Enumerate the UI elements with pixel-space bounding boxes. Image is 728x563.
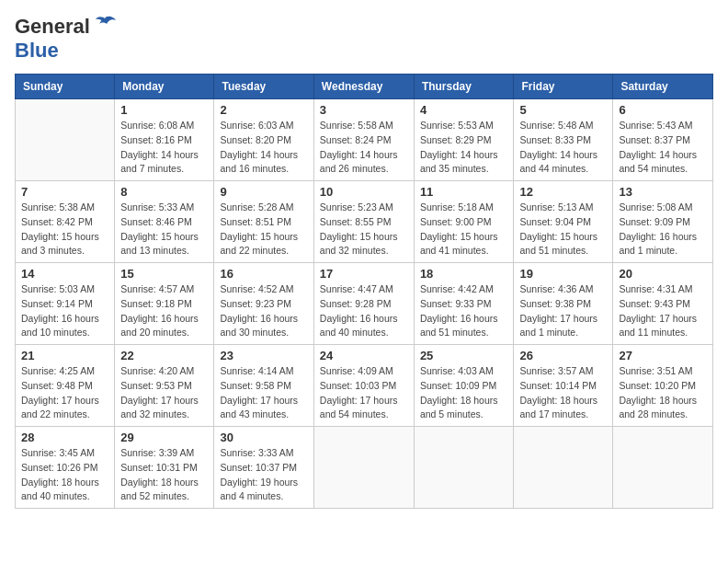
day-info: Sunrise: 4:14 AM Sunset: 9:58 PM Dayligh… bbox=[220, 364, 307, 422]
calendar-cell: 7Sunrise: 5:38 AM Sunset: 8:42 PM Daylig… bbox=[16, 181, 115, 263]
page-header: General Blue bbox=[15, 15, 713, 63]
week-row-1: 1Sunrise: 6:08 AM Sunset: 8:16 PM Daylig… bbox=[16, 99, 713, 181]
calendar-cell: 28Sunrise: 3:45 AM Sunset: 10:26 PM Dayl… bbox=[16, 427, 115, 509]
day-number: 18 bbox=[420, 267, 508, 281]
day-info: Sunrise: 6:03 AM Sunset: 8:20 PM Dayligh… bbox=[220, 119, 307, 177]
day-number: 6 bbox=[619, 103, 707, 117]
calendar-cell: 30Sunrise: 3:33 AM Sunset: 10:37 PM Dayl… bbox=[214, 427, 313, 509]
day-number: 14 bbox=[21, 267, 108, 281]
day-number: 27 bbox=[619, 349, 707, 362]
day-number: 24 bbox=[320, 349, 408, 362]
day-info: Sunrise: 3:57 AM Sunset: 10:14 PM Daylig… bbox=[519, 364, 607, 422]
weekday-header-saturday: Saturday bbox=[613, 75, 713, 99]
day-number: 4 bbox=[420, 103, 508, 117]
weekday-header-monday: Monday bbox=[115, 75, 214, 99]
week-row-3: 14Sunrise: 5:03 AM Sunset: 9:14 PM Dayli… bbox=[16, 263, 713, 345]
day-info: Sunrise: 4:47 AM Sunset: 9:28 PM Dayligh… bbox=[320, 282, 408, 340]
calendar-cell bbox=[414, 427, 514, 509]
calendar-cell bbox=[613, 427, 713, 509]
weekday-header-wednesday: Wednesday bbox=[313, 75, 414, 99]
calendar-cell: 26Sunrise: 3:57 AM Sunset: 10:14 PM Dayl… bbox=[514, 345, 613, 427]
calendar-cell: 4Sunrise: 5:53 AM Sunset: 8:29 PM Daylig… bbox=[414, 99, 514, 181]
day-info: Sunrise: 5:08 AM Sunset: 9:09 PM Dayligh… bbox=[619, 201, 707, 259]
calendar-table: SundayMondayTuesdayWednesdayThursdayFrid… bbox=[15, 74, 713, 509]
calendar-cell: 22Sunrise: 4:20 AM Sunset: 9:53 PM Dayli… bbox=[115, 345, 214, 427]
day-number: 19 bbox=[519, 267, 607, 281]
day-number: 28 bbox=[21, 431, 108, 444]
calendar-cell: 24Sunrise: 4:09 AM Sunset: 10:03 PM Dayl… bbox=[313, 345, 414, 427]
day-number: 26 bbox=[519, 349, 607, 362]
day-info: Sunrise: 5:18 AM Sunset: 9:00 PM Dayligh… bbox=[420, 201, 508, 259]
day-number: 7 bbox=[21, 185, 108, 199]
calendar-cell: 9Sunrise: 5:28 AM Sunset: 8:51 PM Daylig… bbox=[214, 181, 313, 263]
calendar-cell: 12Sunrise: 5:13 AM Sunset: 9:04 PM Dayli… bbox=[514, 181, 613, 263]
calendar-cell: 14Sunrise: 5:03 AM Sunset: 9:14 PM Dayli… bbox=[16, 263, 115, 345]
day-number: 12 bbox=[519, 185, 607, 199]
day-info: Sunrise: 4:42 AM Sunset: 9:33 PM Dayligh… bbox=[420, 282, 508, 340]
day-info: Sunrise: 3:51 AM Sunset: 10:20 PM Daylig… bbox=[619, 364, 707, 422]
calendar-cell: 5Sunrise: 5:48 AM Sunset: 8:33 PM Daylig… bbox=[514, 99, 613, 181]
day-info: Sunrise: 5:58 AM Sunset: 8:24 PM Dayligh… bbox=[320, 119, 408, 177]
calendar-cell: 20Sunrise: 4:31 AM Sunset: 9:43 PM Dayli… bbox=[613, 263, 713, 345]
calendar-cell: 19Sunrise: 4:36 AM Sunset: 9:38 PM Dayli… bbox=[514, 263, 613, 345]
day-number: 15 bbox=[120, 267, 208, 281]
day-info: Sunrise: 5:13 AM Sunset: 9:04 PM Dayligh… bbox=[519, 201, 607, 259]
day-info: Sunrise: 3:33 AM Sunset: 10:37 PM Daylig… bbox=[220, 446, 307, 504]
week-row-4: 21Sunrise: 4:25 AM Sunset: 9:48 PM Dayli… bbox=[16, 345, 713, 427]
day-number: 5 bbox=[519, 103, 607, 117]
day-info: Sunrise: 4:52 AM Sunset: 9:23 PM Dayligh… bbox=[220, 282, 307, 340]
day-info: Sunrise: 4:31 AM Sunset: 9:43 PM Dayligh… bbox=[619, 282, 707, 340]
day-number: 20 bbox=[619, 267, 707, 281]
day-info: Sunrise: 5:28 AM Sunset: 8:51 PM Dayligh… bbox=[220, 201, 307, 259]
day-info: Sunrise: 5:33 AM Sunset: 8:46 PM Dayligh… bbox=[120, 201, 208, 259]
day-number: 25 bbox=[420, 349, 508, 362]
day-number: 9 bbox=[220, 185, 307, 199]
calendar-cell: 10Sunrise: 5:23 AM Sunset: 8:55 PM Dayli… bbox=[313, 181, 414, 263]
day-info: Sunrise: 5:43 AM Sunset: 8:37 PM Dayligh… bbox=[619, 119, 707, 177]
calendar-cell: 27Sunrise: 3:51 AM Sunset: 10:20 PM Dayl… bbox=[613, 345, 713, 427]
calendar-body: 1Sunrise: 6:08 AM Sunset: 8:16 PM Daylig… bbox=[16, 99, 713, 509]
calendar-cell bbox=[16, 99, 115, 181]
calendar-cell bbox=[514, 427, 613, 509]
calendar-cell: 6Sunrise: 5:43 AM Sunset: 8:37 PM Daylig… bbox=[613, 99, 713, 181]
day-info: Sunrise: 4:20 AM Sunset: 9:53 PM Dayligh… bbox=[120, 364, 208, 422]
logo: General Blue bbox=[15, 15, 118, 63]
weekday-header-tuesday: Tuesday bbox=[214, 75, 313, 99]
day-info: Sunrise: 4:09 AM Sunset: 10:03 PM Daylig… bbox=[320, 364, 408, 422]
day-info: Sunrise: 5:38 AM Sunset: 8:42 PM Dayligh… bbox=[21, 201, 108, 259]
day-info: Sunrise: 6:08 AM Sunset: 8:16 PM Dayligh… bbox=[120, 119, 208, 177]
logo-bird-icon bbox=[92, 15, 118, 35]
weekday-header-friday: Friday bbox=[514, 75, 613, 99]
day-info: Sunrise: 4:57 AM Sunset: 9:18 PM Dayligh… bbox=[120, 282, 208, 340]
weekday-header-sunday: Sunday bbox=[16, 75, 115, 99]
day-number: 2 bbox=[220, 103, 307, 117]
calendar-cell: 15Sunrise: 4:57 AM Sunset: 9:18 PM Dayli… bbox=[115, 263, 214, 345]
calendar-cell: 16Sunrise: 4:52 AM Sunset: 9:23 PM Dayli… bbox=[214, 263, 313, 345]
day-info: Sunrise: 5:53 AM Sunset: 8:29 PM Dayligh… bbox=[420, 119, 508, 177]
day-info: Sunrise: 5:23 AM Sunset: 8:55 PM Dayligh… bbox=[320, 201, 408, 259]
day-number: 1 bbox=[120, 103, 208, 117]
calendar-cell: 1Sunrise: 6:08 AM Sunset: 8:16 PM Daylig… bbox=[115, 99, 214, 181]
logo-blue: Blue bbox=[15, 39, 59, 62]
weekday-header-thursday: Thursday bbox=[414, 75, 514, 99]
week-row-5: 28Sunrise: 3:45 AM Sunset: 10:26 PM Dayl… bbox=[16, 427, 713, 509]
day-number: 17 bbox=[320, 267, 408, 281]
calendar-cell: 23Sunrise: 4:14 AM Sunset: 9:58 PM Dayli… bbox=[214, 345, 313, 427]
calendar-cell: 2Sunrise: 6:03 AM Sunset: 8:20 PM Daylig… bbox=[214, 99, 313, 181]
day-number: 21 bbox=[21, 349, 108, 362]
day-number: 11 bbox=[420, 185, 508, 199]
day-number: 23 bbox=[220, 349, 307, 362]
day-info: Sunrise: 5:48 AM Sunset: 8:33 PM Dayligh… bbox=[519, 119, 607, 177]
day-info: Sunrise: 4:36 AM Sunset: 9:38 PM Dayligh… bbox=[519, 282, 607, 340]
week-row-2: 7Sunrise: 5:38 AM Sunset: 8:42 PM Daylig… bbox=[16, 181, 713, 263]
calendar-cell bbox=[313, 427, 414, 509]
day-info: Sunrise: 4:25 AM Sunset: 9:48 PM Dayligh… bbox=[21, 364, 108, 422]
day-info: Sunrise: 3:39 AM Sunset: 10:31 PM Daylig… bbox=[120, 446, 208, 504]
calendar-cell: 3Sunrise: 5:58 AM Sunset: 8:24 PM Daylig… bbox=[313, 99, 414, 181]
day-number: 30 bbox=[220, 431, 307, 444]
calendar-cell: 8Sunrise: 5:33 AM Sunset: 8:46 PM Daylig… bbox=[115, 181, 214, 263]
calendar-cell: 29Sunrise: 3:39 AM Sunset: 10:31 PM Dayl… bbox=[115, 427, 214, 509]
calendar-cell: 21Sunrise: 4:25 AM Sunset: 9:48 PM Dayli… bbox=[16, 345, 115, 427]
calendar-cell: 13Sunrise: 5:08 AM Sunset: 9:09 PM Dayli… bbox=[613, 181, 713, 263]
day-number: 13 bbox=[619, 185, 707, 199]
